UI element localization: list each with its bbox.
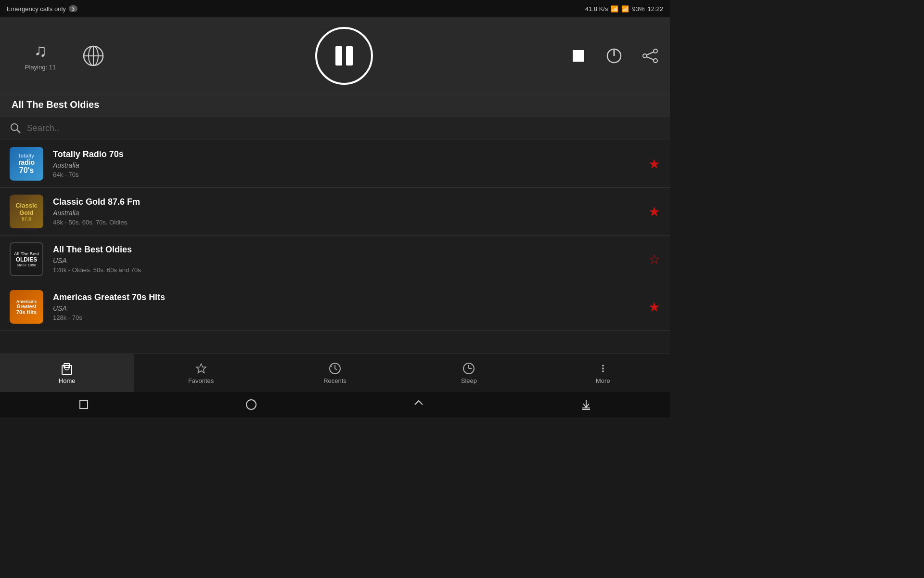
sys-back-button[interactable]	[72, 396, 96, 413]
music-icon-area: ♫ Playing: 11	[12, 40, 69, 71]
station-country-3: USA	[53, 304, 641, 312]
station-logo-2: All The Best OLDIES since 1950	[10, 242, 43, 276]
station-logo-3: America's Greatest 70s Hits	[10, 290, 43, 324]
svg-rect-27	[80, 401, 88, 408]
system-nav-bar	[0, 392, 670, 417]
status-left: Emergency calls only 3	[7, 5, 77, 13]
station-logo-1: Classic Gold 87.6	[10, 195, 43, 228]
station-info-3: Americas Greatest 70s Hits USA 128k - 70…	[53, 292, 641, 321]
station-name-0: Totally Radio 70s	[53, 149, 641, 159]
share-button[interactable]	[642, 48, 658, 64]
station-country-0: Australia	[53, 161, 641, 169]
svg-line-20	[335, 368, 337, 370]
list-item[interactable]: America's Greatest 70s Hits Americas Gre…	[0, 283, 670, 331]
status-right: 41.8 K/s 📶 📶 93% 12:22	[585, 5, 663, 13]
station-logo-0: totally radio 70's	[10, 147, 43, 181]
globe-icon	[83, 45, 104, 66]
home-icon	[60, 362, 74, 375]
pause-button-area[interactable]	[117, 27, 571, 85]
player-header: ♫ Playing: 11	[0, 17, 670, 94]
recents-icon	[328, 362, 342, 375]
favorite-star-2[interactable]: ☆	[648, 251, 660, 267]
station-country-2: USA	[53, 257, 641, 264]
nav-favorites-label: Favorites	[188, 377, 214, 384]
station-info-0: Totally Radio 70s Australia 64k - 70s	[53, 149, 641, 178]
nav-item-favorites[interactable]: Favorites	[134, 354, 268, 392]
bluetooth-icon: 📶	[611, 5, 618, 13]
nav-recents-label: Recents	[323, 377, 346, 384]
station-list: totally radio 70's Totally Radio 70s Aus…	[0, 140, 670, 354]
notification-badge: 3	[69, 5, 77, 12]
station-title-bar: All The Best Oldies	[0, 94, 670, 117]
nav-item-more[interactable]: More	[536, 354, 670, 392]
bottom-nav: Home Favorites Recents Sleep	[0, 354, 670, 392]
station-country-1: Australia	[53, 209, 641, 217]
svg-point-24	[602, 365, 604, 367]
right-controls	[571, 47, 658, 65]
more-icon	[596, 362, 610, 375]
sys-home-button[interactable]	[239, 396, 263, 413]
station-meta-1: 48k - 50s. 60s. 70s. Oldies.	[53, 219, 641, 226]
station-name-2: All The Best Oldies	[53, 245, 641, 255]
sys-download-button[interactable]	[574, 396, 598, 413]
clock: 12:22	[647, 5, 663, 13]
emergency-text: Emergency calls only	[7, 5, 66, 13]
stop-button[interactable]	[571, 48, 586, 64]
svg-point-12	[11, 124, 18, 131]
station-meta-2: 128k - Oldies. 50s. 60s and 70s	[53, 266, 641, 274]
svg-marker-17	[196, 364, 206, 373]
network-speed: 41.8 K/s	[585, 5, 608, 13]
svg-point-28	[246, 400, 256, 409]
pause-bar-right	[346, 46, 353, 66]
list-item[interactable]: All The Best OLDIES since 1950 All The B…	[0, 236, 670, 283]
station-name-3: Americas Greatest 70s Hits	[53, 292, 641, 302]
svg-point-9	[654, 59, 657, 63]
pause-button[interactable]	[315, 27, 373, 85]
station-info-1: Classic Gold 87.6 Fm Australia 48k - 50s…	[53, 197, 641, 226]
nav-item-sleep[interactable]: Sleep	[402, 354, 536, 392]
nav-item-home[interactable]: Home	[0, 354, 134, 392]
svg-rect-4	[573, 50, 584, 62]
station-name-1: Classic Gold 87.6 Fm	[53, 197, 641, 207]
nav-more-label: More	[596, 377, 610, 384]
sys-recents-button[interactable]	[407, 396, 431, 413]
favorites-icon	[194, 362, 208, 375]
svg-point-8	[643, 54, 647, 58]
wifi-icon: 📶	[621, 5, 629, 13]
station-meta-3: 128k - 70s	[53, 314, 641, 321]
pause-bar-left	[335, 46, 342, 66]
nav-sleep-label: Sleep	[461, 377, 477, 384]
music-icon: ♫	[34, 40, 47, 61]
battery-level: 93%	[632, 5, 644, 13]
svg-line-11	[647, 57, 654, 60]
list-item[interactable]: totally radio 70's Totally Radio 70s Aus…	[0, 140, 670, 188]
search-input[interactable]	[27, 123, 660, 133]
svg-point-25	[602, 368, 604, 369]
svg-line-13	[17, 130, 21, 133]
svg-point-26	[602, 370, 604, 372]
playing-label: Playing: 11	[25, 64, 56, 71]
status-bar: Emergency calls only 3 41.8 K/s 📶 📶 93% …	[0, 0, 670, 17]
station-info-2: All The Best Oldies USA 128k - Oldies. 5…	[53, 245, 641, 274]
favorite-star-1[interactable]: ★	[648, 204, 660, 220]
search-icon	[10, 122, 21, 134]
station-meta-0: 64k - 70s	[53, 171, 641, 178]
power-button[interactable]	[605, 47, 623, 65]
current-station-title: All The Best Oldies	[12, 99, 99, 110]
svg-point-7	[654, 49, 657, 53]
nav-home-label: Home	[59, 377, 76, 384]
favorite-star-0[interactable]: ★	[648, 156, 660, 172]
svg-line-10	[647, 52, 654, 55]
globe-icon-area[interactable]	[69, 45, 117, 66]
pause-bars	[335, 46, 353, 66]
sleep-icon	[462, 362, 475, 375]
search-bar	[0, 117, 670, 140]
nav-item-recents[interactable]: Recents	[268, 354, 402, 392]
main-content: ♫ Playing: 11	[0, 17, 670, 417]
favorite-star-3[interactable]: ★	[648, 299, 660, 315]
list-item[interactable]: Classic Gold 87.6 Classic Gold 87.6 Fm A…	[0, 188, 670, 236]
